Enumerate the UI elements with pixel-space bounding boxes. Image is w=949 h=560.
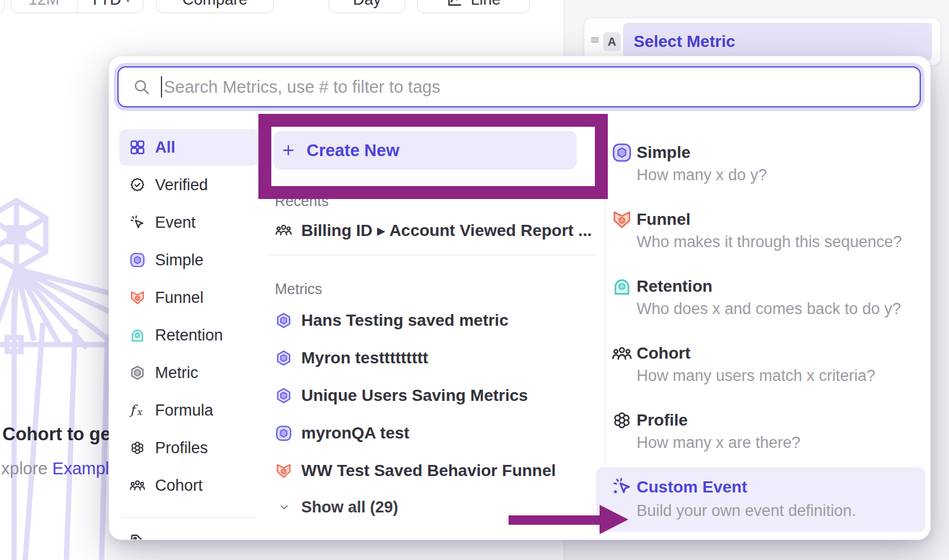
recents-heading: Recents xyxy=(275,193,329,210)
line-label: Line xyxy=(470,0,500,9)
line-chart-icon xyxy=(446,0,463,8)
line-chart-type-button[interactable]: Line xyxy=(417,0,530,13)
metric-type-funnel[interactable]: FunnelWho makes it through this sequence… xyxy=(596,197,926,258)
select-metric-value: Select Metric xyxy=(634,32,735,51)
metric-type-description: Build your own event definition. xyxy=(637,501,856,520)
cohort-icon xyxy=(275,221,292,239)
profiles-icon xyxy=(129,440,146,456)
sidebar-item-event[interactable]: Event xyxy=(119,204,259,241)
range-ytd-label: YTD xyxy=(89,0,121,9)
metric-item-label: WW Test Saved Behavior Funnel xyxy=(301,461,556,480)
range-12m-label: 12M xyxy=(28,0,59,9)
funnel-icon xyxy=(275,462,292,480)
simple-icon xyxy=(611,142,632,163)
create-new-button[interactable]: Create New xyxy=(274,131,577,170)
sidebar-item-label: Profiles xyxy=(155,439,208,457)
sidebar-item-cohort[interactable]: Cohort xyxy=(119,467,259,504)
sidebar-item-simple[interactable]: Simple xyxy=(119,242,259,278)
range-12m-button[interactable]: 12M xyxy=(11,0,78,12)
sidebar-item-all[interactable]: All xyxy=(119,129,259,166)
metric-type-title: Profile xyxy=(637,411,688,430)
chevron-down-icon: ▾ xyxy=(125,0,130,6)
text-cursor xyxy=(161,76,162,97)
simple-icon xyxy=(129,252,146,268)
sidebar-item-metric[interactable]: Metric xyxy=(119,355,259,391)
row-letter-badge: A xyxy=(603,32,621,51)
metric-purple-icon xyxy=(275,312,292,329)
explore-text-fragment: xplore xyxy=(1,459,48,478)
metric-type-profile[interactable]: ProfileHow many x are there? xyxy=(596,398,926,459)
metric-type-description: How many users match x criteria? xyxy=(637,366,876,385)
select-metric-modal: AllVerifiedEventSimpleFunnelRetentionMet… xyxy=(109,56,931,540)
custom-event-icon xyxy=(611,477,632,498)
metric-type-cohort[interactable]: CohortHow many users match x criteria? xyxy=(596,331,926,392)
sidebar-item-formula[interactable]: ƒxFormula xyxy=(119,392,259,429)
sidebar-item-verified[interactable]: Verified xyxy=(119,167,259,203)
empty-state-subtext: xplore Example xyxy=(1,459,119,478)
metric-type-title: Simple xyxy=(637,143,691,162)
sidebar-item-label: Verified xyxy=(155,176,208,194)
metric-item-label: Myron testtttttttt xyxy=(301,349,428,367)
sidebar-item-funnel[interactable]: Funnel xyxy=(119,279,259,316)
funnel-icon xyxy=(611,209,632,230)
metric-type-custom-event[interactable]: Custom EventBuild your own event definit… xyxy=(596,467,926,532)
metric-type-title: Custom Event xyxy=(637,478,747,497)
cohort-icon xyxy=(129,477,146,494)
metric-type-description: How many x are there? xyxy=(637,433,800,452)
metric-item-label: Unique Users Saving Metrics xyxy=(301,386,528,405)
simple-icon xyxy=(275,424,292,442)
metric-type-title: Cohort xyxy=(637,344,691,363)
sidebar-item-label: Funnel xyxy=(155,289,204,307)
show-all-label: Show all (29) xyxy=(301,498,398,517)
select-metric-dropdown[interactable]: Select Metric xyxy=(623,23,932,60)
metric-type-description: How many x do y? xyxy=(637,166,767,184)
empty-state-headline-fragment: Cohort to ge xyxy=(2,424,110,445)
search-icon xyxy=(133,78,150,96)
retention-icon xyxy=(611,276,632,297)
event-icon xyxy=(129,214,146,231)
day-granularity-button[interactable]: Day xyxy=(329,0,405,13)
search-input[interactable] xyxy=(164,77,906,97)
recent-item-label: Billing ID ▸ Account Viewed Report ... xyxy=(301,221,592,240)
day-label: Day xyxy=(353,0,381,9)
compare-button[interactable]: Compare xyxy=(156,0,274,13)
formula-icon: ƒx xyxy=(129,402,146,419)
sidebar-item-label: Cohort xyxy=(155,477,203,495)
show-all-button[interactable]: Show all (29) xyxy=(278,494,398,520)
sidebar-item-retention[interactable]: Retention xyxy=(119,317,259,353)
metric-purple-icon xyxy=(275,387,292,404)
verified-icon xyxy=(129,177,146,193)
metric-type-title: Funnel xyxy=(637,210,691,229)
metric-purple-icon xyxy=(275,349,292,367)
background-illustration xyxy=(0,197,122,560)
compare-label: Compare xyxy=(182,0,247,9)
sidebar-item-label: Retention xyxy=(155,326,223,345)
chevron-down-icon xyxy=(278,501,291,514)
sidebar-item-label: Event xyxy=(155,214,196,232)
metrics-heading: Metrics xyxy=(275,281,322,298)
metric-type-description: Who does x and comes back to do y? xyxy=(637,299,901,318)
drag-handle-icon[interactable] xyxy=(589,34,601,46)
sidebar-divider xyxy=(121,517,256,518)
sidebar-item-label: Metric xyxy=(155,364,198,382)
sidebar-item-label: Simple xyxy=(155,251,204,269)
app-window: 12M YTD ▾ Compare Day Line A Select Metr… xyxy=(0,0,949,560)
sidebar-item-label: Formula xyxy=(155,402,213,420)
funnel-icon xyxy=(129,289,146,306)
date-range-segmented-control: 12M YTD ▾ xyxy=(11,0,143,13)
metric-search-bar xyxy=(117,66,921,107)
svg-text:x: x xyxy=(137,407,143,417)
plus-icon xyxy=(281,143,296,158)
metric-item-label: Hans Testing saved metric xyxy=(301,311,509,330)
grid-icon xyxy=(129,139,146,156)
sidebar-item-profiles[interactable]: Profiles xyxy=(119,430,259,466)
metric-type-simple[interactable]: SimpleHow many x do y? xyxy=(596,130,926,191)
section-divider xyxy=(268,255,595,255)
sidebar-item-label: All xyxy=(155,139,176,157)
toolbar-button-partial[interactable] xyxy=(0,0,5,13)
create-new-label: Create New xyxy=(307,141,399,160)
range-ytd-button[interactable]: YTD ▾ xyxy=(78,0,143,12)
metric-type-retention[interactable]: RetentionWho does x and comes back to do… xyxy=(596,264,926,325)
tag-icon[interactable] xyxy=(129,533,147,540)
metric-icon xyxy=(129,365,146,381)
